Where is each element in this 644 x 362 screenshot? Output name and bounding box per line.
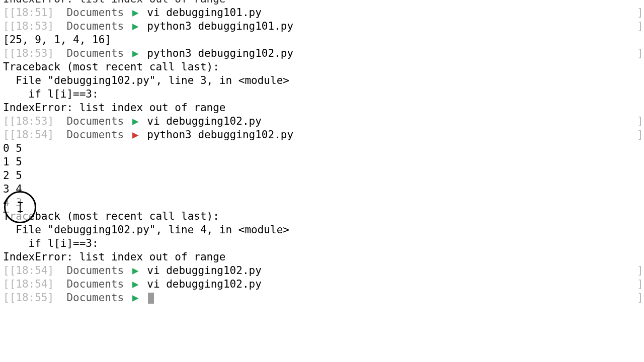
prompt-line: [[18:53] Documents ▶ python3 debugging10… — [3, 20, 641, 33]
right-bracket-mark — [637, 74, 644, 87]
output-line: 2 5 — [3, 169, 641, 183]
stdout-text: if l[i]==3: — [3, 88, 99, 100]
current-directory: Documents — [66, 115, 124, 127]
current-directory: Documents — [66, 47, 124, 59]
right-bracket-mark — [637, 196, 644, 210]
prompt-arrow-icon: ▶ — [132, 278, 139, 291]
prompt-line: [[18:51] Documents ▶ vi debugging101.py — [3, 6, 641, 20]
output-line: if l[i]==3: — [3, 87, 641, 101]
timestamp: [18:51] — [10, 7, 54, 19]
output-line: if l[i]==3: — [3, 237, 641, 250]
prompt-arrow-icon: ▶ — [132, 264, 139, 278]
stdout-text: File "debugging102.py", line 3, in <modu… — [3, 74, 289, 86]
terminal-output[interactable]: IndexError: list index out of range[[18:… — [0, 0, 644, 305]
timestamp: [18:54] — [10, 278, 54, 290]
timestamp: [18:53] — [10, 47, 54, 59]
right-bracket-mark — [637, 223, 644, 237]
right-bracket-mark — [637, 101, 644, 115]
command-text: python3 debugging102.py — [147, 47, 293, 59]
current-directory: Documents — [66, 7, 124, 19]
right-bracket-mark — [637, 183, 644, 196]
command-text: vi debugging102.py — [147, 115, 262, 127]
current-directory: Documents — [66, 278, 124, 290]
right-margin-marks: ]]]]]]]] — [637, 0, 644, 305]
stdout-text: 4 3 — [3, 197, 22, 209]
stdout-text: Traceback (most recent call last): — [3, 61, 219, 73]
current-directory: Documents — [66, 129, 124, 141]
command-text: python3 debugging101.py — [147, 20, 293, 32]
bracket-open: [ — [3, 129, 10, 141]
command-text: vi debugging102.py — [147, 278, 262, 290]
right-bracket-mark — [637, 0, 644, 6]
timestamp: [18:54] — [10, 129, 54, 141]
prompt-line: [[18:53] Documents ▶ python3 debugging10… — [3, 47, 641, 60]
output-line: File "debugging102.py", line 4, in <modu… — [3, 223, 641, 237]
stdout-text: 3 4 — [3, 183, 22, 195]
stdout-text: IndexError: list index out of range — [3, 0, 226, 5]
prompt-line: [[18:53] Documents ▶ vi debugging102.py — [3, 115, 641, 128]
output-line: [25, 9, 1, 4, 16] — [3, 33, 641, 47]
stdout-text: 0 5 — [3, 142, 22, 154]
output-line: 4 3 — [3, 196, 641, 210]
right-bracket-mark — [637, 142, 644, 155]
command-text: python3 debugging102.py — [147, 129, 293, 141]
prompt-line: [[18:54] Documents ▶ python3 debugging10… — [3, 128, 641, 142]
right-bracket-mark: ] — [637, 278, 644, 291]
stdout-text: [25, 9, 1, 4, 16] — [3, 34, 111, 46]
right-bracket-mark — [637, 60, 644, 74]
output-line: Traceback (most recent call last): — [3, 60, 641, 74]
prompt-arrow-icon: ▶ — [132, 115, 139, 128]
right-bracket-mark: ] — [637, 264, 644, 278]
command-text: vi debugging102.py — [147, 264, 262, 277]
right-bracket-mark: ] — [637, 20, 644, 33]
prompt-line: [[18:54] Documents ▶ vi debugging102.py — [3, 278, 641, 291]
stdout-text: IndexError: list index out of range — [3, 102, 226, 114]
right-bracket-mark: ] — [637, 128, 644, 142]
right-bracket-mark — [637, 250, 644, 264]
output-line: IndexError: list index out of range — [3, 250, 641, 264]
stdout-text: 2 5 — [3, 169, 22, 182]
stdout-text: Traceback (most recent call last): — [3, 210, 219, 222]
right-bracket-mark: ] — [637, 115, 644, 128]
stdout-text: File "debugging102.py", line 4, in <modu… — [3, 224, 289, 236]
right-bracket-mark — [637, 87, 644, 101]
bracket-open: [ — [3, 7, 10, 19]
output-line: IndexError: list index out of range — [3, 101, 641, 115]
right-bracket-mark: ] — [637, 6, 644, 20]
output-line: 1 5 — [3, 155, 641, 169]
right-bracket-mark: ] — [637, 291, 644, 305]
bracket-open: [ — [3, 20, 10, 32]
output-line: IndexError: list index out of range — [3, 0, 641, 6]
stdout-text: IndexError: list index out of range — [3, 251, 226, 263]
right-bracket-mark — [637, 210, 644, 223]
current-directory: Documents — [66, 20, 124, 32]
bracket-open: [ — [3, 115, 10, 127]
right-bracket-mark — [637, 237, 644, 250]
bracket-open: [ — [3, 278, 10, 290]
prompt-arrow-icon: ▶ — [132, 6, 139, 20]
command-text: vi debugging101.py — [147, 7, 262, 19]
timestamp: [18:53] — [10, 115, 54, 127]
output-line: 0 5 — [3, 142, 641, 155]
stdout-text: if l[i]==3: — [3, 237, 99, 249]
bracket-open: [ — [3, 47, 10, 59]
prompt-line: [[18:54] Documents ▶ vi debugging102.py — [3, 264, 641, 278]
prompt-arrow-icon: ▶ — [132, 47, 139, 60]
stdout-text: 1 5 — [3, 156, 22, 168]
timestamp: [18:53] — [10, 20, 54, 32]
prompt-line: [[18:55] Documents ▶ — [3, 291, 641, 305]
right-bracket-mark — [637, 169, 644, 183]
output-line: File "debugging102.py", line 3, in <modu… — [3, 74, 641, 87]
timestamp: [18:55] — [10, 292, 54, 304]
bracket-open: [ — [3, 292, 10, 304]
current-directory: Documents — [66, 264, 124, 277]
right-bracket-mark — [637, 33, 644, 47]
timestamp: [18:54] — [10, 264, 54, 277]
right-bracket-mark — [637, 155, 644, 169]
output-line: Traceback (most recent call last): — [3, 210, 641, 223]
output-line: 3 4 — [3, 183, 641, 196]
current-directory: Documents — [66, 292, 124, 304]
prompt-arrow-icon: ▶ — [132, 128, 139, 142]
shell-cursor[interactable] — [148, 293, 154, 304]
right-bracket-mark: ] — [637, 47, 644, 60]
